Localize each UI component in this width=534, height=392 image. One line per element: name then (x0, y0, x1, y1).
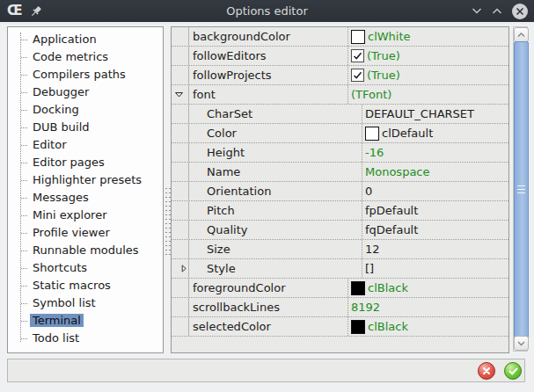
sidebar-item-symbol-list[interactable]: Symbol list (8, 294, 163, 312)
scroll-down-icon[interactable] (514, 336, 529, 351)
expander-gutter (172, 47, 189, 65)
property-name[interactable]: Style (189, 259, 362, 278)
checkbox-checked[interactable] (351, 69, 364, 82)
property-row-style[interactable]: Style[] (172, 259, 508, 279)
color-swatch[interactable] (365, 127, 379, 141)
category-list[interactable]: ApplicationCode metricsCompilers pathsDe… (7, 26, 164, 353)
property-value-text: clBlack (368, 281, 408, 294)
sidebar-item-debugger[interactable]: Debugger (8, 83, 163, 101)
minimize-icon[interactable] (472, 7, 482, 15)
maximize-icon[interactable] (492, 7, 502, 15)
frame-highlight (0, 22, 534, 24)
property-row-size[interactable]: Size12 (172, 240, 508, 259)
property-value[interactable]: clDefault (362, 124, 508, 142)
scroll-up-icon[interactable] (514, 27, 529, 42)
property-value[interactable]: 8192 (348, 298, 508, 316)
property-value-text: 0 (365, 185, 372, 198)
property-name[interactable]: Color (189, 124, 362, 142)
property-name[interactable]: Quality (189, 221, 362, 239)
property-value-text: clWhite (368, 30, 411, 43)
expander-gutter (172, 279, 189, 297)
sidebar-item-highlighter-presets[interactable]: Highlighter presets (8, 171, 163, 189)
sidebar-item-shortcuts[interactable]: Shortcuts (8, 259, 163, 277)
property-row-orientation[interactable]: Orientation0 (172, 182, 508, 201)
property-value-text: 12 (365, 243, 380, 256)
property-name[interactable]: Size (189, 240, 362, 258)
property-value[interactable]: (True) (348, 66, 508, 84)
property-value[interactable]: [] (362, 259, 508, 278)
property-value[interactable]: fpDefault (362, 201, 508, 220)
property-name[interactable]: Orientation (189, 182, 362, 200)
property-row-color[interactable]: ColorclDefault (172, 124, 508, 143)
property-name[interactable]: CharSet (189, 105, 362, 123)
splitter-grip[interactable] (165, 186, 171, 258)
property-value[interactable]: 0 (362, 182, 508, 200)
property-row-pitch[interactable]: PitchfpDefault (172, 201, 508, 221)
sidebar-item-code-metrics[interactable]: Code metrics (8, 48, 163, 66)
property-row-height[interactable]: Height-16 (172, 143, 508, 163)
sidebar-item-label: Messages (30, 191, 91, 204)
scrollbar-thumb[interactable] (514, 41, 529, 338)
sidebar-item-mini-explorer[interactable]: Mini explorer (8, 207, 163, 224)
checkbox-checked[interactable] (351, 49, 364, 62)
property-name[interactable]: followEditors (189, 47, 348, 65)
property-row-foregroundcolor[interactable]: foregroundColorclBlack (172, 279, 508, 298)
sidebar-item-profile-viewer[interactable]: Profile viewer (8, 224, 163, 242)
sidebar-item-runnable-modules[interactable]: Runnable modules (8, 242, 163, 259)
property-row-scrollbacklines[interactable]: scrollbackLines8192 (172, 298, 508, 317)
property-value[interactable]: clBlack (348, 317, 508, 336)
property-value[interactable]: clWhite (348, 27, 508, 46)
cancel-button[interactable] (478, 362, 495, 380)
sidebar-item-static-macros[interactable]: Static macros (8, 277, 163, 294)
property-row-quality[interactable]: QualityfqDefault (172, 221, 508, 240)
property-row-charset[interactable]: CharSetDEFAULT_CHARSET (172, 105, 508, 124)
property-name[interactable]: selectedColor (189, 317, 348, 336)
sidebar-item-label: Terminal (30, 314, 84, 327)
titlebar[interactable]: Œ Options editor (0, 0, 534, 22)
property-name[interactable]: Name (189, 163, 362, 181)
property-value[interactable]: fqDefault (362, 221, 508, 239)
property-value-text: (TFont) (351, 88, 391, 101)
property-value-text: fpDefault (365, 204, 418, 217)
sidebar-item-compilers-paths[interactable]: Compilers paths (8, 66, 163, 83)
expander-expanded-icon[interactable] (172, 85, 189, 104)
sidebar-item-application[interactable]: Application (8, 31, 163, 48)
close-icon[interactable] (512, 4, 528, 19)
sidebar-item-editor[interactable]: Editor (8, 136, 163, 154)
property-value[interactable]: 12 (362, 240, 508, 258)
property-value[interactable]: Monospace (362, 163, 508, 181)
grid-scrollbar[interactable] (513, 26, 528, 352)
property-name[interactable]: Height (189, 143, 362, 162)
property-value[interactable]: DEFAULT_CHARSET (362, 105, 508, 123)
sidebar-item-terminal[interactable]: Terminal (8, 312, 163, 330)
sidebar-item-label: Application (30, 33, 99, 46)
color-swatch[interactable] (351, 30, 365, 44)
property-row-font[interactable]: font(TFont) (172, 85, 508, 105)
sidebar-item-docking[interactable]: Docking (8, 101, 163, 119)
property-name[interactable]: Pitch (189, 201, 362, 220)
property-row-name[interactable]: NameMonospace (172, 163, 508, 182)
property-name[interactable]: followProjects (189, 66, 348, 84)
property-name[interactable]: foregroundColor (189, 279, 348, 297)
sidebar-item-editor-pages[interactable]: Editor pages (8, 154, 163, 171)
property-row-backgroundcolor[interactable]: backgroundColorclWhite (172, 27, 508, 47)
property-row-selectedcolor[interactable]: selectedColorclBlack (172, 317, 508, 337)
property-value[interactable]: (True) (348, 47, 508, 65)
accept-button[interactable] (504, 362, 522, 380)
property-row-followeditors[interactable]: followEditors(True) (172, 47, 508, 66)
property-name[interactable]: backgroundColor (189, 27, 348, 46)
property-grid[interactable]: backgroundColorclWhitefollowEditors(True… (171, 26, 509, 353)
property-name[interactable]: font (189, 85, 348, 104)
sidebar-item-messages[interactable]: Messages (8, 189, 163, 207)
color-swatch[interactable] (351, 281, 365, 295)
sidebar-item-todo-list[interactable]: Todo list (8, 330, 163, 347)
property-row-followprojects[interactable]: followProjects(True) (172, 66, 508, 85)
color-swatch[interactable] (351, 320, 365, 334)
expander-collapsed-icon[interactable] (172, 259, 189, 278)
sidebar-item-label: Shortcuts (30, 261, 90, 274)
property-name[interactable]: scrollbackLines (189, 298, 348, 316)
property-value[interactable]: -16 (362, 143, 508, 162)
sidebar-item-dub-build[interactable]: DUB build (8, 119, 163, 136)
property-value[interactable]: (TFont) (348, 85, 508, 104)
property-value[interactable]: clBlack (348, 279, 508, 297)
